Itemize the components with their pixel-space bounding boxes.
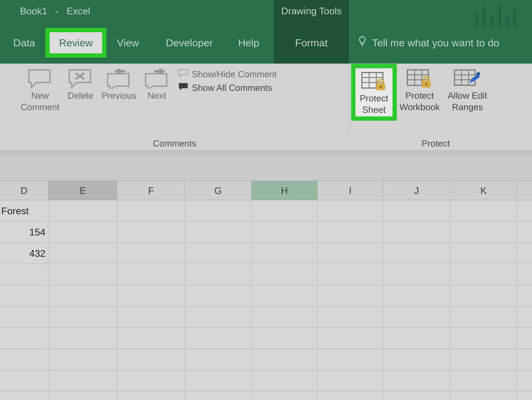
cell-I1[interactable] — [318, 200, 383, 221]
previous-comment-button[interactable]: Previous — [97, 66, 140, 103]
cell[interactable] — [117, 349, 185, 370]
col-header-F[interactable]: F — [117, 181, 185, 200]
cell[interactable] — [48, 392, 117, 400]
cell-G2[interactable] — [185, 222, 251, 242]
cell[interactable] — [251, 264, 318, 285]
cell-J2[interactable] — [383, 222, 450, 242]
cell[interactable] — [117, 392, 185, 400]
cell[interactable] — [450, 285, 517, 306]
cell[interactable] — [48, 285, 117, 306]
cell-G3[interactable] — [185, 243, 251, 264]
cell-I3[interactable] — [318, 243, 383, 264]
cell[interactable] — [383, 264, 450, 285]
cell[interactable] — [0, 264, 48, 285]
cell-H1[interactable] — [251, 200, 318, 221]
col-header-D[interactable]: D — [0, 181, 48, 200]
cell[interactable] — [117, 328, 185, 349]
cell-E2[interactable] — [48, 222, 117, 242]
cell[interactable] — [450, 392, 517, 400]
new-comment-button[interactable]: New Comment — [17, 66, 63, 114]
cell[interactable] — [251, 349, 318, 370]
tab-view[interactable]: View — [110, 34, 146, 52]
cell[interactable] — [185, 307, 251, 327]
cell[interactable] — [117, 307, 185, 327]
cell[interactable] — [517, 370, 532, 391]
cell-J1[interactable] — [383, 200, 450, 221]
col-header-edge[interactable] — [517, 181, 532, 200]
cell[interactable] — [450, 307, 517, 327]
cell-F2[interactable] — [117, 222, 185, 242]
show-hide-comment-button[interactable]: Show/Hide Comment — [177, 68, 278, 80]
cell[interactable] — [383, 349, 450, 370]
cell[interactable] — [450, 264, 517, 285]
cell[interactable] — [251, 392, 318, 400]
cell[interactable] — [0, 370, 48, 391]
col-header-G[interactable]: G — [185, 181, 251, 200]
cell[interactable] — [117, 370, 185, 391]
col-header-H[interactable]: H — [251, 181, 318, 200]
cell-G1[interactable] — [185, 200, 251, 221]
cell[interactable] — [185, 392, 251, 400]
cell-H3[interactable] — [251, 243, 318, 264]
cell[interactable] — [383, 370, 450, 391]
cell-F3[interactable] — [117, 243, 185, 264]
col-header-E[interactable]: E — [48, 181, 117, 200]
next-comment-button[interactable]: Next — [140, 66, 173, 103]
cell[interactable] — [383, 307, 450, 327]
cell[interactable] — [185, 264, 251, 285]
tab-format[interactable]: Format — [295, 37, 328, 49]
cell[interactable] — [517, 285, 532, 306]
cell[interactable] — [0, 349, 48, 370]
cell[interactable] — [517, 328, 532, 349]
cell-L2[interactable] — [517, 222, 532, 242]
protect-sheet-button[interactable]: Protect Sheet — [360, 71, 388, 115]
cell[interactable] — [48, 264, 117, 285]
cell-H2[interactable] — [251, 222, 318, 242]
protect-workbook-button[interactable]: Protect Workbook — [395, 66, 444, 114]
cell[interactable] — [117, 285, 185, 306]
cell[interactable] — [517, 307, 532, 327]
cell[interactable] — [450, 328, 517, 349]
cell[interactable] — [383, 392, 450, 400]
cell[interactable] — [117, 264, 185, 285]
tell-me-search[interactable]: Tell me what you want to do — [357, 36, 499, 50]
cell[interactable] — [185, 285, 251, 306]
cell[interactable] — [185, 370, 251, 391]
cell-D1[interactable]: Forest — [0, 200, 48, 221]
col-header-I[interactable]: I — [318, 181, 383, 200]
cell-K3[interactable] — [450, 243, 517, 264]
cell[interactable] — [251, 328, 318, 349]
cell-L1[interactable] — [517, 200, 532, 221]
cell[interactable] — [48, 328, 117, 349]
cell[interactable] — [318, 307, 383, 327]
cell-D3[interactable]: 432 — [0, 243, 48, 264]
cell[interactable] — [0, 307, 48, 327]
tab-help[interactable]: Help — [231, 34, 266, 52]
cell[interactable] — [318, 349, 383, 370]
cell[interactable] — [185, 349, 251, 370]
cell-I2[interactable] — [318, 222, 383, 242]
cell-K2[interactable] — [450, 222, 517, 242]
delete-comment-button[interactable]: Delete — [63, 66, 97, 103]
cell[interactable] — [0, 392, 48, 400]
cell-E3[interactable] — [48, 243, 117, 264]
cell-F1[interactable] — [117, 200, 185, 221]
cell[interactable] — [48, 349, 117, 370]
col-header-K[interactable]: K — [450, 181, 517, 200]
cell-L3[interactable] — [517, 243, 532, 264]
cell[interactable] — [517, 392, 532, 400]
cell-E1[interactable] — [48, 200, 117, 221]
tab-review[interactable]: Review — [50, 32, 102, 53]
cell[interactable] — [318, 328, 383, 349]
cell[interactable] — [48, 370, 117, 391]
tab-data[interactable]: Data — [7, 34, 42, 52]
cell[interactable] — [450, 370, 517, 391]
cell[interactable] — [318, 264, 383, 285]
cell-D2[interactable]: 154 — [0, 222, 48, 242]
cell[interactable] — [318, 392, 383, 400]
tab-developer[interactable]: Developer — [159, 34, 220, 52]
cell[interactable] — [318, 370, 383, 391]
cell[interactable] — [383, 285, 450, 306]
cell[interactable] — [0, 285, 48, 306]
show-all-comments-button[interactable]: Show All Comments — [177, 81, 278, 94]
